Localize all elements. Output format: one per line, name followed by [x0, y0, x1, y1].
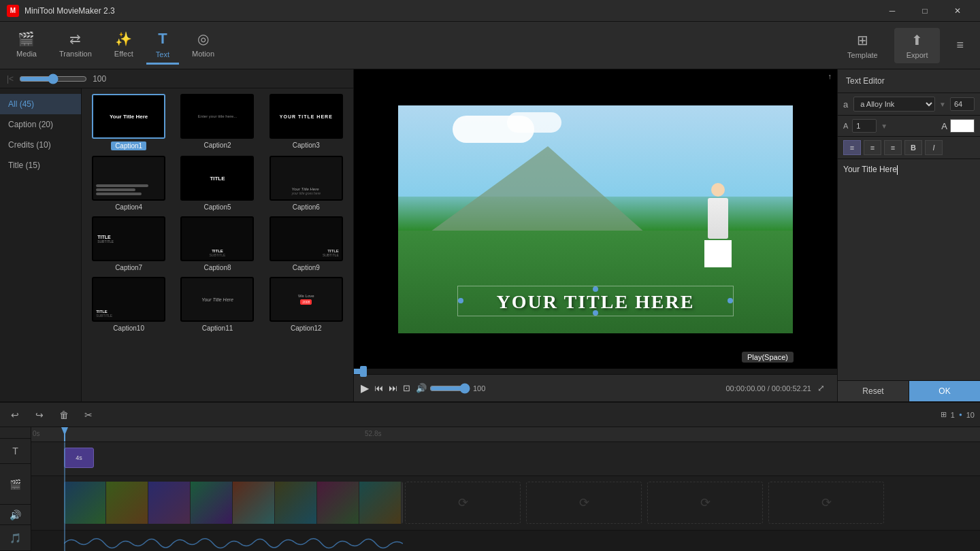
category-caption[interactable]: Caption (20) [0, 114, 81, 135]
text-clip-label: 4s [76, 454, 82, 461]
italic-button[interactable]: I [925, 140, 943, 155]
fullscreen-button[interactable]: ⊡ [403, 383, 410, 393]
video-empty-slot-1: ⟳ [405, 482, 521, 524]
video-thumb-1 [64, 482, 106, 524]
ruler-spacer [0, 427, 31, 439]
music-track-label: 🎵 [0, 525, 31, 551]
thumb-caption4[interactable] [92, 156, 165, 201]
bold-button[interactable]: B [904, 140, 922, 155]
zoom-slider[interactable] [19, 73, 87, 84]
handle-bottom[interactable] [593, 310, 598, 316]
expand-icon[interactable]: ⤢ [817, 383, 825, 393]
ruler-mark-528s: 52.8s [365, 430, 381, 437]
align-left-button[interactable]: ≡ [843, 140, 861, 155]
text-track-label: T [0, 439, 31, 465]
grid-item-caption10[interactable]: TITLE SUBTITLE Caption10 [87, 277, 170, 332]
reset-button[interactable]: Reset [838, 381, 909, 401]
grid-item-caption9[interactable]: TITLE SUBTITLE Caption9 [265, 216, 348, 271]
color-swatch[interactable] [950, 119, 975, 133]
align-center-button[interactable]: ≡ [864, 140, 881, 155]
font-size-input[interactable]: 64 [950, 97, 975, 111]
cap12-text: We Love [298, 294, 314, 298]
forward-button[interactable]: ⏭ [389, 383, 397, 393]
handle-right[interactable] [728, 298, 733, 303]
close-button[interactable]: ✕ [942, 0, 973, 22]
handle-left[interactable] [458, 298, 463, 303]
volume-slider[interactable] [429, 383, 470, 394]
thumb-caption11[interactable]: Your Title Here [180, 277, 254, 322]
thumb-caption2[interactable]: Enter your title here... [180, 94, 254, 139]
undo-button[interactable]: ↩ [5, 405, 24, 424]
grid-item-caption7[interactable]: TITLE SUBTITLE Caption7 [87, 216, 170, 271]
volume-area: 🔊 100 [416, 383, 490, 394]
thumb-caption9[interactable]: TITLE SUBTITLE [270, 216, 343, 261]
font-size-input-2[interactable]: 1 [852, 119, 877, 133]
toolbar-transition[interactable]: ⇄ Transition [50, 27, 101, 64]
thumb-caption10[interactable]: TITLE SUBTITLE [92, 277, 165, 322]
menu-button[interactable]: ≡ [947, 34, 973, 56]
effect-label: Effect [114, 50, 133, 58]
video-thumb-4 [191, 482, 233, 524]
thumb-caption3[interactable]: YOUR TITLE HERE [270, 94, 343, 139]
text-editor-title: Text Editor [838, 69, 980, 93]
video-thumb-7 [317, 482, 359, 524]
grid-item-caption4[interactable]: Caption4 [87, 156, 170, 211]
thumb-caption8[interactable]: TITLE SUBTITLE [180, 216, 254, 261]
template-button[interactable]: ⊞ Template [838, 28, 887, 63]
redo-button[interactable]: ↪ [30, 405, 49, 424]
selection-box [457, 286, 734, 316]
timeline-val: 10 [966, 411, 975, 419]
motion-icon: ◎ [197, 31, 209, 47]
caption12-label: Caption12 [291, 324, 322, 332]
grid-item-caption2[interactable]: Enter your title here... Caption2 [176, 94, 259, 150]
align-right-button[interactable]: ≡ [884, 140, 902, 155]
category-title[interactable]: Title (15) [0, 155, 81, 176]
rewind-button[interactable]: ⏮ [374, 383, 383, 393]
thumb-caption5[interactable]: TITLE [180, 156, 254, 201]
delete-button[interactable]: 🗑 [54, 405, 74, 424]
grid-item-caption1[interactable]: Your Title Here Caption1 [87, 94, 170, 150]
export-button[interactable]: ⬆ Export [894, 28, 941, 63]
thumb-caption6[interactable]: Your Title Hereyour title goes here [270, 156, 343, 201]
maximize-button[interactable]: □ [909, 0, 941, 22]
font-row: a a Alloy Ink ▼ 64 [838, 93, 980, 116]
text-icon: T [158, 30, 167, 48]
grid-item-caption5[interactable]: TITLE Caption5 [176, 156, 259, 211]
thumb-caption7[interactable]: TITLE SUBTITLE [92, 216, 165, 261]
video-thumb-3 [148, 482, 191, 524]
ok-button[interactable]: OK [909, 381, 980, 401]
video-strip[interactable] [64, 482, 403, 524]
ruler-mark-0s: 0s [33, 430, 40, 437]
category-credits[interactable]: Credits (10) [0, 135, 81, 155]
minimize-button[interactable]: ─ [877, 0, 908, 22]
cap11-text: Your Title Here [201, 297, 233, 302]
text-clip[interactable]: 4s [64, 448, 94, 468]
toolbar-text[interactable]: T Text [146, 26, 179, 65]
grid-item-caption12[interactable]: We Love 2008 Caption12 [265, 277, 348, 332]
thumb-caption12[interactable]: We Love 2008 [270, 277, 343, 322]
play-button[interactable]: ▶ [361, 382, 369, 395]
grid-item-caption3[interactable]: YOUR TITLE HERE Caption3 [265, 94, 348, 150]
text-label: Text [156, 50, 169, 59]
time-separator: / [768, 384, 770, 393]
text-cursor [897, 165, 898, 175]
text-content-area[interactable]: Your Title Here [838, 159, 980, 380]
handle-top[interactable] [593, 286, 598, 292]
video-empty-slot-2: ⟳ [526, 482, 642, 524]
toolbar-motion[interactable]: ◎ Motion [182, 27, 224, 64]
export-label: Export [906, 51, 928, 59]
split-button[interactable]: ✂ [79, 405, 98, 424]
grid-item-caption11[interactable]: Your Title Here Caption11 [176, 277, 259, 332]
progress-handle[interactable] [360, 366, 367, 377]
video-thumb-6 [275, 482, 317, 524]
volume-icon[interactable]: 🔊 [416, 383, 427, 393]
caption2-label: Caption2 [203, 141, 231, 149]
grid-item-caption8[interactable]: TITLE SUBTITLE Caption8 [176, 216, 259, 271]
font-select[interactable]: a Alloy Ink [853, 97, 935, 112]
progress-bar-container[interactable] [354, 369, 837, 374]
grid-item-caption6[interactable]: Your Title Hereyour title goes here Capt… [265, 156, 348, 211]
thumb-caption1[interactable]: Your Title Here [92, 94, 165, 139]
toolbar-effect[interactable]: ✨ Effect [105, 27, 143, 64]
category-all[interactable]: All (45) [0, 94, 81, 114]
toolbar-media[interactable]: 🎬 Media [7, 27, 46, 64]
